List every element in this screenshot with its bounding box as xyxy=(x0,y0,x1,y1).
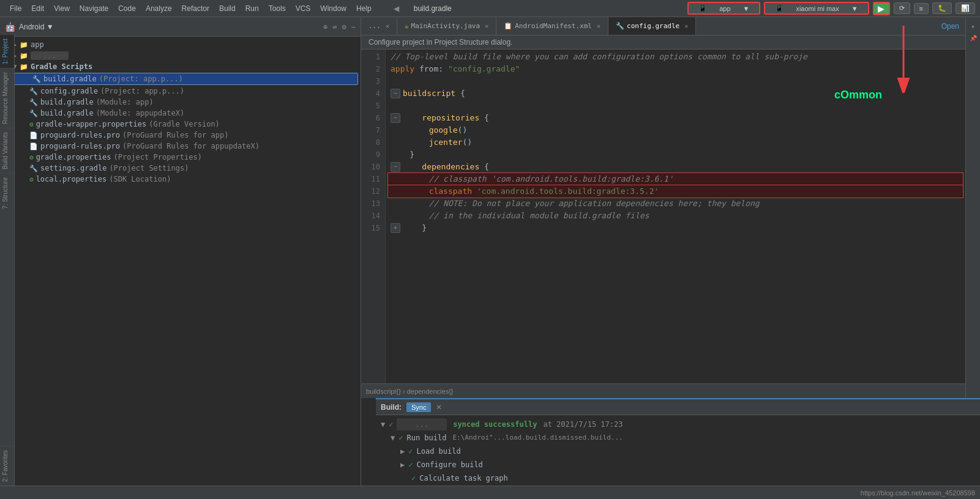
menu-edit[interactable]: Edit xyxy=(26,4,49,13)
menu-vcs[interactable]: VCS xyxy=(291,4,316,13)
code-line-15: + } xyxy=(391,222,960,234)
code-line-6: − repositories { xyxy=(391,112,960,124)
sidebar-build-variants[interactable]: Build Variants xyxy=(0,128,14,173)
profile-icon[interactable]: 📊 xyxy=(956,2,975,14)
breadcrumb-bar: buildscript{} › dependencies{} xyxy=(361,383,965,398)
build-line-load[interactable]: ▶ ✓ Load build xyxy=(381,445,975,458)
build-panel-title: Build: xyxy=(381,403,402,412)
close-sync-icon[interactable]: ✕ xyxy=(436,403,442,412)
project-title: 🤖 Android ▼ xyxy=(5,22,54,32)
device-selector[interactable]: 📱 xiaomi mi max ▼ xyxy=(764,2,869,15)
tree-item-proguard-appupdatex[interactable]: 📄 proguard-rules.pro (ProGuard Rules for… xyxy=(0,141,361,152)
sidebar-resource-manager[interactable]: Resource Manager xyxy=(0,68,14,128)
code-line-3 xyxy=(391,75,960,87)
sidebar-project[interactable]: 1: Project xyxy=(0,34,14,68)
code-line-14: // in the individual module build.gradle… xyxy=(391,210,960,222)
code-line-12: classpath 'com.android.tools.build:gradl… xyxy=(388,185,963,198)
close-icon[interactable]: − xyxy=(351,23,356,31)
toolbar-right: 📱 app ▼ 📱 xiaomi mi max ▼ ▶ ⟳ ≡ 🐛 📊 xyxy=(687,2,975,15)
tree-item-config-gradle[interactable]: 🔧 config.gradle (Project: app.p...) xyxy=(0,86,361,97)
tab-close-mainactivity[interactable]: ✕ xyxy=(485,23,488,29)
status-url: https://blog.csdn.net/weixin_45208598 xyxy=(861,489,975,497)
menu-code[interactable]: Code xyxy=(113,4,141,13)
window-title: ◀ build.gradle xyxy=(376,4,687,13)
build-panel-header: Build: Sync ✕ xyxy=(376,399,980,415)
check-icon-run: ✓ xyxy=(398,432,403,444)
project-header-actions: ⊕ ⇌ ⚙ − xyxy=(323,23,356,31)
sidebar-structure[interactable]: 7: Structure xyxy=(0,173,14,213)
run-button[interactable]: ▶ xyxy=(873,2,890,15)
tab-close-config[interactable]: ✕ xyxy=(684,23,688,29)
build-line-run[interactable]: ▼ ✓ Run build E:\Androi"...load.build.di… xyxy=(381,431,975,445)
tree-item-build-gradle-module-app[interactable]: 🔧 build.gradle (Module: app) xyxy=(0,97,361,108)
menu-refactor[interactable]: Refactor xyxy=(177,4,214,13)
android-logo-icon: 🤖 xyxy=(5,22,15,32)
arrow-configure-icon: ▶ xyxy=(400,459,405,471)
check-icon-calculate: ✓ xyxy=(411,472,416,484)
menu-navigate[interactable]: Navigate xyxy=(75,4,113,13)
code-line-9: } xyxy=(391,149,960,161)
tab-first[interactable]: ... ✕ xyxy=(361,17,397,35)
menu-build[interactable]: Build xyxy=(214,4,241,13)
code-line-13: // NOTE: Do not place your application d… xyxy=(391,198,960,210)
debug-icon[interactable]: 🐛 xyxy=(932,2,952,14)
right-icon-1[interactable]: ★ xyxy=(967,20,979,32)
tree-item-gradle-wrapper[interactable]: ⚙ gradle-wrapper.properties (Gradle Vers… xyxy=(0,119,361,130)
editor-area: ... ✕ ☕ MainActivity.java ✕ 📋 AndroidMan… xyxy=(361,17,965,499)
tree-item-local-properties[interactable]: ⚙ local.properties (SDK Location) xyxy=(0,174,361,185)
tab-config-gradle[interactable]: 🔧 config.gradle ✕ xyxy=(608,17,696,35)
toolbar-action-1[interactable]: ⟳ xyxy=(894,2,910,14)
toolbar-action-2[interactable]: ≡ xyxy=(914,3,929,14)
code-line-8: jcenter() xyxy=(391,136,960,149)
fold-15[interactable]: + xyxy=(391,223,400,233)
build-line-synced[interactable]: ▼ ✓ ... synced successfully at 2021/7/15… xyxy=(381,418,975,431)
tree-item-gradle-scripts[interactable]: ▼ 📁 Gradle Scripts xyxy=(0,61,361,72)
arrow-load-icon: ▶ xyxy=(400,445,405,457)
sync-tab[interactable]: Sync xyxy=(406,402,431,412)
tab-androidmanifest[interactable]: 📋 AndroidManifest.xml ✕ xyxy=(496,17,608,35)
sync-icon[interactable]: ⊕ xyxy=(323,23,327,31)
check-icon-configure: ✓ xyxy=(408,459,413,471)
right-icon-2[interactable]: 📌 xyxy=(967,32,979,44)
build-line-configure[interactable]: ▶ ✓ Configure build xyxy=(381,458,975,471)
build-panel: Build: Sync ✕ ▼ ✓ ... synced successfull… xyxy=(376,398,980,499)
tree-item-blurred[interactable]: ▶ 📁 ... xyxy=(0,50,361,61)
tab-close-first[interactable]: ✕ xyxy=(386,23,389,29)
menu-tools[interactable]: Tools xyxy=(264,4,291,13)
tab-bar: ... ✕ ☕ MainActivity.java ✕ 📋 AndroidMan… xyxy=(361,17,965,35)
tree-item-app[interactable]: ▶ 📁 app xyxy=(0,39,361,50)
menu-view[interactable]: View xyxy=(49,4,75,13)
code-content[interactable]: // Top-level build file where you can ad… xyxy=(386,50,965,383)
status-bar: https://blog.csdn.net/weixin_45208598 xyxy=(0,486,980,499)
code-line-1: // Top-level build file where you can ad… xyxy=(391,51,960,63)
tree-item-proguard-app[interactable]: 📄 proguard-rules.pro (ProGuard Rules for… xyxy=(0,130,361,141)
line-numbers: 12345 678910 1112131415 xyxy=(361,50,386,383)
fold-4[interactable]: − xyxy=(391,89,400,98)
tree-item-gradle-properties[interactable]: ⚙ gradle.properties (Project Properties) xyxy=(0,152,361,163)
tree-item-settings-gradle[interactable]: 🔧 settings.gradle (Project Settings) xyxy=(0,163,361,174)
check-icon-synced: ✓ xyxy=(389,418,393,431)
app-selector[interactable]: 📱 app ▼ xyxy=(687,2,760,15)
build-line-calculate[interactable]: ✓ Calculate task graph xyxy=(381,471,975,485)
settings-icon[interactable]: ⚙ xyxy=(342,23,346,31)
collapse-icon[interactable]: ⇌ xyxy=(332,23,337,31)
tab-close-manifest[interactable]: ✕ xyxy=(597,23,600,29)
menu-analyze[interactable]: Analyze xyxy=(141,4,177,13)
fold-10[interactable]: − xyxy=(391,162,400,172)
expand-run-icon: ▼ xyxy=(391,432,395,444)
code-editor[interactable]: 12345 678910 1112131415 // Top-level bui… xyxy=(361,50,965,383)
menu-run[interactable]: Run xyxy=(241,4,264,13)
menu-window[interactable]: Window xyxy=(315,4,351,13)
code-line-10: − dependencies { xyxy=(391,161,960,173)
tree-item-build-gradle-project[interactable]: 🔧 build.gradle (Project: app.p...) xyxy=(2,73,358,85)
sidebar-favorites[interactable]: 2: Favorites xyxy=(0,446,14,486)
tree-item-build-gradle-module-appupdatex[interactable]: 🔧 build.gradle (Module: appupdateX) xyxy=(0,108,361,119)
menu-help[interactable]: Help xyxy=(351,4,376,13)
tab-mainactivity[interactable]: ☕ MainActivity.java ✕ xyxy=(397,17,496,35)
expand-icon: ▼ xyxy=(381,418,385,431)
project-panel-title: Android ▼ xyxy=(19,23,54,31)
menu-file[interactable]: File xyxy=(5,4,26,13)
fold-6[interactable]: − xyxy=(391,113,400,123)
open-button[interactable]: Open xyxy=(935,21,965,32)
project-panel-header: 🤖 Android ▼ ⊕ ⇌ ⚙ − xyxy=(0,17,361,37)
